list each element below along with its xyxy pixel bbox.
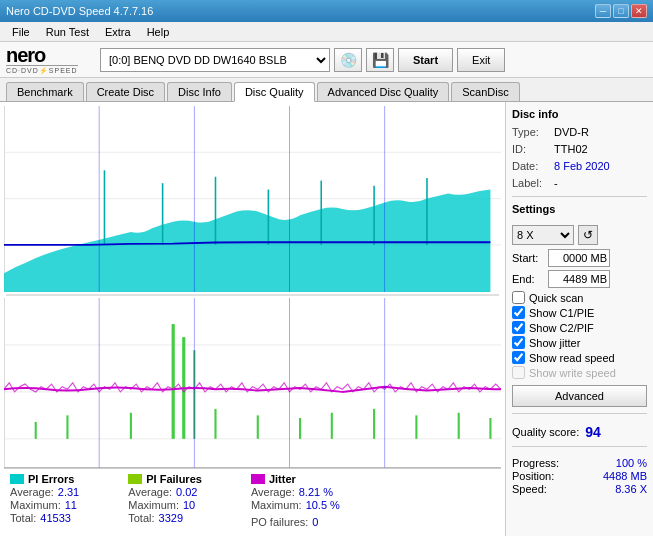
close-button[interactable]: ✕ <box>631 4 647 18</box>
jitter-color <box>251 474 265 484</box>
pi-errors-legend: PI Errors Average: 2.31 Maximum: 11 Tota… <box>10 473 79 524</box>
jitter-max-value: 10.5 % <box>306 499 340 511</box>
po-failures-value: 0 <box>312 516 318 528</box>
tab-benchmark[interactable]: Benchmark <box>6 82 84 101</box>
progress-section: Progress: 100 % Position: 4488 MB Speed:… <box>512 457 647 496</box>
jitter-avg-label: Average: <box>251 486 295 498</box>
pi-errors-avg-label: Average: <box>10 486 54 498</box>
chart-area: 20 16 12 8 4 20 16 12 8 4 <box>0 102 505 536</box>
show-c2-pif-checkbox[interactable] <box>512 321 525 334</box>
show-jitter-label: Show jitter <box>529 337 580 349</box>
start-mb-row: Start: <box>512 249 647 267</box>
show-jitter-checkbox[interactable] <box>512 336 525 349</box>
app-logo: nero CD·DVD⚡SPEED <box>6 46 96 74</box>
divider3 <box>512 446 647 447</box>
pi-failures-total-label: Total: <box>128 512 154 524</box>
minimize-button[interactable]: ─ <box>595 4 611 18</box>
pi-errors-total-label: Total: <box>10 512 36 524</box>
speed-row: Speed: 8.36 X <box>512 483 647 495</box>
start-label: Start: <box>512 252 544 264</box>
maximize-button[interactable]: □ <box>613 4 629 18</box>
pi-failures-total-value: 3329 <box>159 512 183 524</box>
speed-row: 8 X ↺ <box>512 225 647 245</box>
right-panel: Disc info Type: DVD-R ID: TTH02 Date: 8 … <box>505 102 653 536</box>
disc-type-row: Type: DVD-R <box>512 126 647 138</box>
logo-nero: nero <box>6 45 45 65</box>
exit-button[interactable]: Exit <box>457 48 505 72</box>
legend-stats: PI Errors Average: 2.31 Maximum: 11 Tota… <box>4 468 501 532</box>
divider2 <box>512 413 647 414</box>
speed-value: 8.36 X <box>615 483 647 495</box>
refresh-button[interactable]: ↺ <box>578 225 598 245</box>
top-chart: 20 16 12 8 4 20 16 12 8 4 <box>4 106 501 292</box>
toolbar: nero CD·DVD⚡SPEED [0:0] BENQ DVD DD DW16… <box>0 42 653 78</box>
pi-failures-total-row: Total: 3329 <box>128 512 202 524</box>
tab-disc-quality[interactable]: Disc Quality <box>234 82 315 102</box>
progress-label: Progress: <box>512 457 559 469</box>
show-c1-pie-row: Show C1/PIE <box>512 306 647 319</box>
settings-section: 8 X ↺ Start: End: Quick scan Show C1/PIE <box>512 225 647 407</box>
start-button[interactable]: Start <box>398 48 453 72</box>
tab-advanced-disc-quality[interactable]: Advanced Disc Quality <box>317 82 450 101</box>
quality-score-label: Quality score: <box>512 426 579 438</box>
jitter-avg-value: 8.21 % <box>299 486 333 498</box>
disc-id-row: ID: TTH02 <box>512 143 647 155</box>
drive-select[interactable]: [0:0] BENQ DVD DD DW1640 BSLB <box>100 48 330 72</box>
settings-title: Settings <box>512 203 647 215</box>
pi-failures-max-row: Maximum: 10 <box>128 499 202 511</box>
menu-extra[interactable]: Extra <box>97 24 139 40</box>
pi-failures-avg-value: 0.02 <box>176 486 197 498</box>
quick-scan-checkbox[interactable] <box>512 291 525 304</box>
end-input[interactable] <box>548 270 610 288</box>
disc-id-label: ID: <box>512 143 550 155</box>
menu-file[interactable]: File <box>4 24 38 40</box>
logo-cdspeed: CD·DVD⚡SPEED <box>6 65 78 75</box>
bottom-chart-svg: 10 8 6 4 2 20 15 10 8 <box>4 298 501 468</box>
po-failures-label: PO failures: <box>251 516 308 528</box>
pi-errors-avg-row: Average: 2.31 <box>10 486 79 498</box>
position-value: 4488 MB <box>603 470 647 482</box>
disc-label-row: Label: - <box>512 177 647 189</box>
position-row: Position: 4488 MB <box>512 470 647 482</box>
advanced-button[interactable]: Advanced <box>512 385 647 407</box>
jitter-max-row: Maximum: 10.5 % <box>251 499 340 511</box>
quality-score-row: Quality score: 94 <box>512 424 647 440</box>
show-c1-pie-checkbox[interactable] <box>512 306 525 319</box>
main-content: 20 16 12 8 4 20 16 12 8 4 <box>0 102 653 536</box>
pi-errors-max-value: 11 <box>65 499 77 511</box>
menu-help[interactable]: Help <box>139 24 178 40</box>
tabs-bar: Benchmark Create Disc Disc Info Disc Qua… <box>0 78 653 102</box>
show-write-speed-checkbox[interactable] <box>512 366 525 379</box>
show-jitter-row: Show jitter <box>512 336 647 349</box>
pi-failures-avg-row: Average: 0.02 <box>128 486 202 498</box>
tab-create-disc[interactable]: Create Disc <box>86 82 165 101</box>
show-c2-pif-row: Show C2/PIF <box>512 321 647 334</box>
pi-failures-avg-label: Average: <box>128 486 172 498</box>
titlebar-title: Nero CD-DVD Speed 4.7.7.16 <box>6 5 153 17</box>
disc-label-label: Label: <box>512 177 550 189</box>
app-title: Nero CD-DVD Speed 4.7.7.16 <box>6 5 153 17</box>
po-failures-row: PO failures: 0 <box>251 516 340 528</box>
legend-row: PI Errors Average: 2.31 Maximum: 11 Tota… <box>10 473 495 528</box>
start-input[interactable] <box>548 249 610 267</box>
pi-failures-max-label: Maximum: <box>128 499 179 511</box>
save-button[interactable]: 💾 <box>366 48 394 72</box>
titlebar: Nero CD-DVD Speed 4.7.7.16 ─ □ ✕ <box>0 0 653 22</box>
show-read-speed-label: Show read speed <box>529 352 615 364</box>
pi-errors-header: PI Errors <box>10 473 79 485</box>
tab-disc-info[interactable]: Disc Info <box>167 82 232 101</box>
menu-run-test[interactable]: Run Test <box>38 24 97 40</box>
quick-scan-row: Quick scan <box>512 291 647 304</box>
pi-failures-header: PI Failures <box>128 473 202 485</box>
jitter-header: Jitter <box>251 473 340 485</box>
eject-button[interactable]: 💿 <box>334 48 362 72</box>
speed-select[interactable]: 8 X <box>512 225 574 245</box>
jitter-legend: Jitter Average: 8.21 % Maximum: 10.5 % P… <box>251 473 340 528</box>
tab-scandisc[interactable]: ScanDisc <box>451 82 519 101</box>
pi-errors-total-row: Total: 41533 <box>10 512 79 524</box>
top-chart-svg: 20 16 12 8 4 20 16 12 8 4 <box>4 106 501 292</box>
svg-rect-37 <box>4 298 501 468</box>
bottom-chart: 10 8 6 4 2 20 15 10 8 <box>4 298 501 468</box>
chart-divider <box>6 294 499 296</box>
show-read-speed-checkbox[interactable] <box>512 351 525 364</box>
